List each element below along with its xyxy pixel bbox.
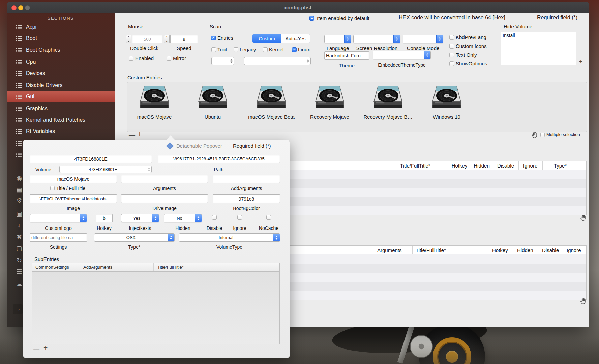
custom-icons-checkbox[interactable] xyxy=(449,44,454,49)
gear-icon[interactable]: ⚙ xyxy=(15,196,24,205)
text-only-checkbox[interactable] xyxy=(449,53,454,57)
mirror-checkbox[interactable] xyxy=(167,56,171,61)
ignore-checkbox[interactable] xyxy=(237,215,242,220)
col-title-fulltitle[interactable]: Title/FullTitle* xyxy=(400,163,430,169)
sidebar-item-acpi[interactable]: Acpi xyxy=(7,21,115,33)
linux-checkbox[interactable] xyxy=(292,47,297,52)
col-disable[interactable]: Disable xyxy=(497,163,514,169)
col-arguments[interactable]: Arguments xyxy=(377,247,402,253)
col-disable[interactable]: Disable xyxy=(542,247,559,253)
bootbgcolor-field[interactable] xyxy=(213,194,280,203)
language-dropdown[interactable] xyxy=(324,35,351,43)
scan-dropdown-2[interactable] xyxy=(244,57,311,65)
hide-volume-remove-button[interactable]: − xyxy=(579,51,582,57)
sidebar-item-devices[interactable]: Devices xyxy=(7,68,115,79)
hide-volume-add-button[interactable]: + xyxy=(579,59,582,64)
sidebar-item-kernel-kext-patches[interactable]: Kernel and Kext Patches xyxy=(7,114,115,126)
multiple-selection-checkbox[interactable] xyxy=(540,133,545,137)
hide-volume-item[interactable]: Install xyxy=(501,32,576,39)
speed-stepper[interactable] xyxy=(164,35,170,43)
col-commonsettings[interactable]: CommonSettings xyxy=(35,265,69,270)
sidebar-item-gui[interactable]: Gui xyxy=(7,91,115,102)
scan-dropdown-1[interactable] xyxy=(211,57,234,65)
volume-field[interactable] xyxy=(30,155,152,163)
console-mode-dropdown[interactable] xyxy=(403,35,443,43)
list-icon xyxy=(16,118,22,123)
users-icon[interactable]: ◉ xyxy=(15,174,24,183)
kbdprevlang-checkbox[interactable] xyxy=(449,35,454,40)
sidebar-item-disable-drivers[interactable]: Disable Drivers xyxy=(7,80,115,91)
col-title-fulltitle[interactable]: Title/FullTitle* xyxy=(416,247,446,253)
kernel-checkbox[interactable] xyxy=(263,47,268,52)
col-hidden[interactable]: Hidden xyxy=(474,163,490,169)
col-hidden[interactable]: Hidden xyxy=(517,247,533,253)
custom-entry-add-button[interactable]: + xyxy=(138,131,142,137)
nocache-checkbox[interactable] xyxy=(266,215,271,220)
col-addarguments[interactable]: AddArguments xyxy=(83,265,112,270)
col-ignore[interactable]: Ignore xyxy=(567,247,581,253)
injectkexts-dropdown[interactable]: Yes xyxy=(121,214,159,222)
close-tool-icon[interactable]: ✖ xyxy=(15,233,24,241)
package-icon[interactable]: ▣ xyxy=(15,210,24,218)
volumetype-dropdown[interactable]: Internal xyxy=(179,233,280,242)
hide-volume-list[interactable]: Install xyxy=(501,32,576,65)
popover-subentries-body[interactable] xyxy=(32,272,280,344)
double-click-stepper[interactable] xyxy=(126,35,131,43)
refresh-icon[interactable]: ↻ xyxy=(15,256,24,265)
addarguments-field[interactable] xyxy=(213,175,280,183)
custom-entry-macos-mojave-beta[interactable]: macOS Mojave Beta xyxy=(244,85,298,120)
sidebar-item-rt-variables[interactable]: Rt Variables xyxy=(7,126,115,137)
scan-custom-segment[interactable]: Custom xyxy=(252,34,281,43)
theme-field[interactable] xyxy=(324,51,369,60)
sidebar-item-cpu[interactable]: Cpu xyxy=(7,56,115,68)
custom-entry-recovery-mojave-b[interactable]: Recovery Mojave B… xyxy=(361,85,415,120)
speed-field[interactable] xyxy=(170,35,198,43)
disable-checkbox[interactable] xyxy=(212,215,217,220)
custom-entry-remove-button[interactable]: — xyxy=(129,132,135,138)
col-title-fulltitle[interactable]: Title/FullTitle* xyxy=(157,265,184,270)
enabled-checkbox[interactable] xyxy=(129,56,133,61)
col-hotkey[interactable]: Hotkey xyxy=(452,163,468,169)
embedded-theme-dropdown[interactable] xyxy=(373,51,431,59)
grid-icon[interactable]: ▤ xyxy=(15,185,24,194)
subentry-add-button[interactable]: + xyxy=(43,345,48,351)
logout-icon[interactable]: → xyxy=(13,304,23,314)
item-enabled-checkbox[interactable] xyxy=(309,16,314,21)
box-icon[interactable]: ▢ xyxy=(15,244,24,253)
sidebar-item-graphics[interactable]: Graphics xyxy=(7,103,115,114)
screen-resolution-dropdown[interactable] xyxy=(353,35,400,43)
volume-select[interactable]: 473FD168801E xyxy=(59,166,152,173)
custom-entry-ubuntu[interactable]: Ubuntu xyxy=(186,85,240,120)
sidebar-item-boot-graphics[interactable]: Boot Graphics xyxy=(7,44,115,56)
arguments-field[interactable] xyxy=(121,175,208,183)
custom-entry-macos-mojave[interactable]: macOS Mojave xyxy=(127,85,181,120)
showoptimus-checkbox[interactable] xyxy=(449,61,454,66)
subentry-remove-button[interactable]: — xyxy=(33,346,39,352)
download-icon[interactable]: ↓ xyxy=(15,221,24,230)
type-dropdown[interactable]: OSX xyxy=(94,233,175,242)
menu-lines-icon[interactable]: ☰ xyxy=(15,267,24,276)
image-field[interactable] xyxy=(30,194,117,203)
move-icon[interactable] xyxy=(166,142,174,150)
sidebar-item-boot[interactable]: Boot xyxy=(7,33,115,44)
hotkey-field[interactable] xyxy=(96,214,113,222)
menu-icon[interactable] xyxy=(581,318,587,323)
path-field[interactable] xyxy=(158,155,280,163)
col-hotkey[interactable]: Hotkey xyxy=(492,247,508,253)
col-type[interactable]: Type* xyxy=(554,163,567,169)
custom-entry-recovery-mojave[interactable]: Recovery Mojave xyxy=(303,85,357,120)
title-field[interactable] xyxy=(30,175,117,183)
double-click-field[interactable] xyxy=(132,35,162,43)
cloud-icon[interactable]: ☁ xyxy=(15,280,24,289)
driveimage-field[interactable] xyxy=(121,194,208,203)
hidden-dropdown[interactable]: No xyxy=(164,214,202,222)
title-fulltitle-checkbox[interactable] xyxy=(50,186,55,190)
tool-checkbox[interactable] xyxy=(211,47,216,52)
custom-entry-windows-10[interactable]: Windows 10 xyxy=(420,85,474,120)
scan-auto-segment[interactable]: Auto=Yes xyxy=(281,34,310,43)
settings-field[interactable] xyxy=(30,233,87,242)
customlogo-dropdown[interactable] xyxy=(30,214,87,222)
entries-checkbox[interactable] xyxy=(211,36,216,40)
col-ignore[interactable]: Ignore xyxy=(523,163,538,169)
legacy-checkbox[interactable] xyxy=(234,47,238,52)
